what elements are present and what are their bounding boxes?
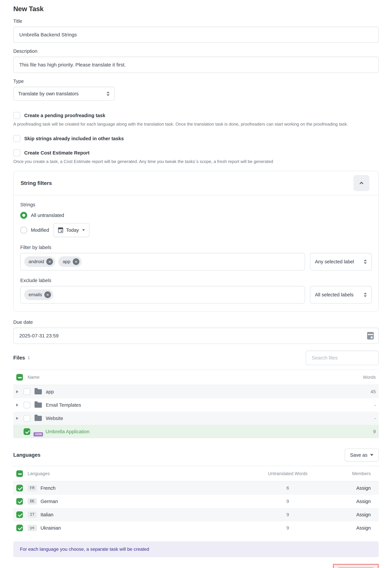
language-code-badge: DE xyxy=(28,498,37,505)
page-title: New Task xyxy=(13,5,379,13)
file-checkbox[interactable] xyxy=(24,388,30,395)
chevron-right-icon[interactable] xyxy=(16,417,18,420)
all-untranslated-radio-row[interactable]: All untranslated xyxy=(20,212,372,219)
caret-down-icon xyxy=(82,229,85,231)
strings-label: Strings xyxy=(20,202,372,207)
file-checkbox[interactable] xyxy=(24,415,30,422)
members-column-header: Members xyxy=(326,471,376,476)
select-caret-icon xyxy=(107,91,110,96)
assign-link[interactable]: Assign xyxy=(326,512,376,518)
remove-chip-icon[interactable]: ✕ xyxy=(73,258,79,265)
file-name: Umbrella Application xyxy=(45,429,373,435)
file-name: app xyxy=(46,389,371,394)
chip-text: emails xyxy=(28,292,42,297)
language-code-badge: ук xyxy=(28,525,37,531)
cost-estimate-checkbox-row[interactable]: Create Cost Estimate Report xyxy=(13,149,379,156)
file-words: 45 xyxy=(371,389,376,394)
proofreading-helper-text: A proofreading task will be created for … xyxy=(13,122,379,127)
all-untranslated-label: All untranslated xyxy=(31,213,64,218)
exclude-labels-label: Exclude labels xyxy=(20,278,372,283)
cost-estimate-checkbox-label: Create Cost Estimate Report xyxy=(24,150,89,156)
file-name: Website xyxy=(46,416,374,421)
collapse-button[interactable] xyxy=(353,175,369,191)
filter-labels-mode-select[interactable]: Any selected label xyxy=(310,253,372,270)
file-row-website[interactable]: Website - xyxy=(13,412,379,425)
language-code-badge: FR xyxy=(28,485,37,491)
select-all-files-checkbox[interactable] xyxy=(16,374,23,381)
language-checkbox[interactable] xyxy=(16,498,23,505)
languages-note: For each language you choose, a separate… xyxy=(13,541,379,557)
description-label: Description xyxy=(13,48,379,54)
language-row-ukrainian[interactable]: ук Ukrainian 9 Assign xyxy=(13,521,379,535)
remove-chip-icon[interactable]: ✕ xyxy=(46,258,53,265)
modified-range-button[interactable]: Today xyxy=(54,223,89,237)
language-checkbox[interactable] xyxy=(16,511,23,518)
highlight-box: Create Task xyxy=(333,564,379,568)
all-untranslated-radio[interactable] xyxy=(20,212,27,219)
untranslated-count: 9 xyxy=(250,499,326,504)
calendar-icon[interactable] xyxy=(367,332,374,340)
select-all-languages-checkbox[interactable] xyxy=(16,470,23,477)
cost-estimate-helper-text: Once you create a task, a Cost Estimate … xyxy=(13,159,379,164)
chevron-right-icon[interactable] xyxy=(16,390,18,393)
exclude-labels-mode-select[interactable]: All selected labels xyxy=(310,286,372,304)
file-checkbox[interactable] xyxy=(24,402,30,408)
calendar-icon xyxy=(58,227,63,233)
skip-strings-checkbox[interactable] xyxy=(13,135,20,142)
due-date-label: Due date xyxy=(13,320,379,325)
file-checkbox[interactable] xyxy=(24,428,30,435)
language-row-german[interactable]: DE German 9 Assign xyxy=(13,495,379,508)
language-row-italian[interactable]: IT Italian 9 Assign xyxy=(13,508,379,521)
language-row-french[interactable]: FR French 6 Assign xyxy=(13,481,379,495)
exclude-labels-mode-value: All selected labels xyxy=(315,292,353,298)
file-row-umbrella-application[interactable]: JSON Umbrella Application 9 xyxy=(13,425,379,438)
due-date-input[interactable] xyxy=(13,328,379,344)
files-words-column-header: Words xyxy=(363,375,376,380)
search-files-input[interactable] xyxy=(306,350,379,365)
file-words: 9 xyxy=(373,429,376,434)
chevron-right-icon[interactable] xyxy=(16,404,18,407)
proofreading-checkbox-row[interactable]: Create a pending proofreading task xyxy=(13,112,379,119)
chevron-up-icon xyxy=(359,180,364,186)
proofreading-checkbox[interactable] xyxy=(13,112,20,119)
files-table: Name Words app 45 Email Templates - Webs… xyxy=(13,369,379,438)
untranslated-count: 9 xyxy=(250,525,326,531)
folder-icon xyxy=(35,389,42,394)
skip-strings-checkbox-label: Skip strings already included in other t… xyxy=(24,136,124,141)
language-checkbox[interactable] xyxy=(16,485,23,491)
chip-text: android xyxy=(28,259,44,264)
json-file-icon: JSON xyxy=(35,428,41,436)
skip-strings-checkbox-row[interactable]: Skip strings already included in other t… xyxy=(13,135,379,142)
string-filters-body: Strings All untranslated Modified Today … xyxy=(14,195,378,311)
assign-link[interactable]: Assign xyxy=(326,485,376,491)
modified-label: Modified xyxy=(31,227,49,233)
label-chip-emails[interactable]: emails ✕ xyxy=(24,289,53,300)
languages-column-header: Languages xyxy=(28,471,250,476)
title-input[interactable] xyxy=(13,27,379,43)
assign-link[interactable]: Assign xyxy=(326,525,376,531)
remove-chip-icon[interactable]: ✕ xyxy=(44,291,51,298)
cost-estimate-checkbox[interactable] xyxy=(13,149,20,156)
save-as-label: Save as xyxy=(350,452,367,458)
file-row-app[interactable]: app 45 xyxy=(13,385,379,398)
string-filters-header: String filters xyxy=(14,171,378,195)
modified-radio[interactable] xyxy=(20,227,27,233)
label-chip-app[interactable]: app ✕ xyxy=(58,256,82,267)
type-select[interactable]: Translate by own translators xyxy=(13,87,114,101)
file-row-email-templates[interactable]: Email Templates - xyxy=(13,398,379,412)
files-count-badge: 1 xyxy=(28,355,30,360)
language-checkbox[interactable] xyxy=(16,525,23,531)
title-label: Title xyxy=(13,18,379,24)
filter-labels-input[interactable]: android ✕ app ✕ xyxy=(20,253,305,270)
language-name: Italian xyxy=(41,512,53,518)
language-code-badge: IT xyxy=(28,511,37,518)
save-as-button[interactable]: Save as xyxy=(345,449,379,462)
exclude-labels-input[interactable]: emails ✕ xyxy=(20,286,305,304)
select-caret-icon xyxy=(364,292,367,297)
assign-link[interactable]: Assign xyxy=(326,499,376,504)
filter-labels-mode-value: Any selected label xyxy=(315,259,354,264)
modified-radio-row[interactable]: Modified Today xyxy=(20,223,372,237)
label-chip-android[interactable]: android ✕ xyxy=(24,256,55,267)
folder-icon xyxy=(35,403,42,408)
description-input[interactable] xyxy=(13,57,379,73)
